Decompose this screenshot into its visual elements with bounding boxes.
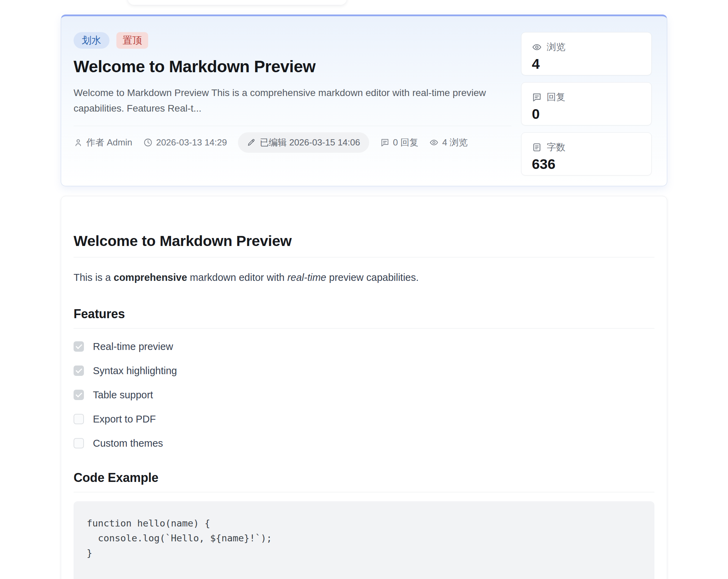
markdown-preview-card: Welcome to Markdown Preview This is a co… — [61, 196, 667, 579]
tag-pinned[interactable]: 置顶 — [116, 32, 148, 49]
tag-row: 划水 置顶 — [74, 32, 511, 49]
markdown-h1: Welcome to Markdown Preview — [74, 232, 654, 257]
meta-author: 作者 Admin — [74, 136, 132, 149]
task-label: Export to PDF — [93, 414, 156, 425]
meta-replies: 0 回复 — [380, 136, 419, 149]
features-heading: Features — [74, 307, 654, 329]
post-header-card: 划水 置顶 Welcome to Markdown Preview Welcom… — [61, 15, 667, 186]
stat-value: 4 — [532, 56, 641, 72]
stat-card-replies: 回复 0 — [521, 82, 652, 125]
clock-icon — [143, 138, 153, 147]
task-checkbox[interactable] — [74, 366, 84, 376]
task-checkbox[interactable] — [74, 438, 84, 448]
pencil-icon — [247, 138, 256, 147]
stat-label: 字数 — [547, 141, 565, 153]
post-page: 划水 置顶 Welcome to Markdown Preview Welcom… — [61, 15, 667, 579]
post-title: Welcome to Markdown Preview — [74, 57, 511, 76]
list-item: Custom themes — [74, 438, 654, 449]
comment-icon — [532, 92, 542, 102]
stat-value: 636 — [532, 156, 641, 172]
meta-views: 4 浏览 — [429, 136, 468, 149]
list-item: Syntax highlighting — [74, 365, 654, 377]
code-example-heading: Code Example — [74, 471, 654, 492]
code-content: function hello(name) { console.log(`Hell… — [87, 518, 272, 579]
list-item: Export to PDF — [74, 414, 654, 425]
post-header-left: 划水 置顶 Welcome to Markdown Preview Welcom… — [74, 32, 511, 173]
meta-created: 2026-03-13 14:29 — [143, 137, 227, 148]
features-task-list: Real-time preview Syntax highlighting Ta… — [74, 341, 654, 449]
code-block: function hello(name) { console.log(`Hell… — [74, 501, 654, 579]
stat-card-wordcount: 字数 636 — [521, 132, 652, 175]
eye-icon — [532, 42, 542, 52]
stat-card-views: 浏览 4 — [521, 32, 652, 75]
stat-label: 浏览 — [547, 41, 565, 53]
person-icon — [74, 138, 83, 147]
list-item: Table support — [74, 389, 654, 401]
task-checkbox[interactable] — [74, 341, 84, 352]
meta-row: 作者 Admin 2026-03-13 14:29 已编辑 2026-03-15… — [74, 132, 511, 153]
eye-icon — [429, 138, 439, 147]
task-label: Syntax highlighting — [93, 365, 177, 377]
stat-label: 回复 — [547, 91, 565, 103]
top-toolbar-remnant — [128, 0, 347, 5]
comment-icon — [380, 138, 390, 147]
meta-divider — [74, 126, 511, 126]
meta-edited-badge: 已编辑 2026-03-15 14:06 — [238, 132, 369, 153]
task-label: Real-time preview — [93, 341, 173, 352]
task-label: Custom themes — [93, 438, 163, 449]
task-checkbox[interactable] — [74, 390, 84, 400]
tag-huashui[interactable]: 划水 — [74, 32, 109, 49]
markdown-intro: This is a comprehensive markdown editor … — [74, 270, 654, 285]
stats-column: 浏览 4 回复 0 字数 — [521, 32, 652, 173]
post-excerpt: Welcome to Markdown Preview This is a co… — [74, 85, 511, 116]
task-checkbox[interactable] — [74, 414, 84, 424]
task-label: Table support — [93, 389, 153, 401]
document-icon — [532, 142, 542, 152]
stat-value: 0 — [532, 106, 641, 122]
list-item: Real-time preview — [74, 341, 654, 352]
